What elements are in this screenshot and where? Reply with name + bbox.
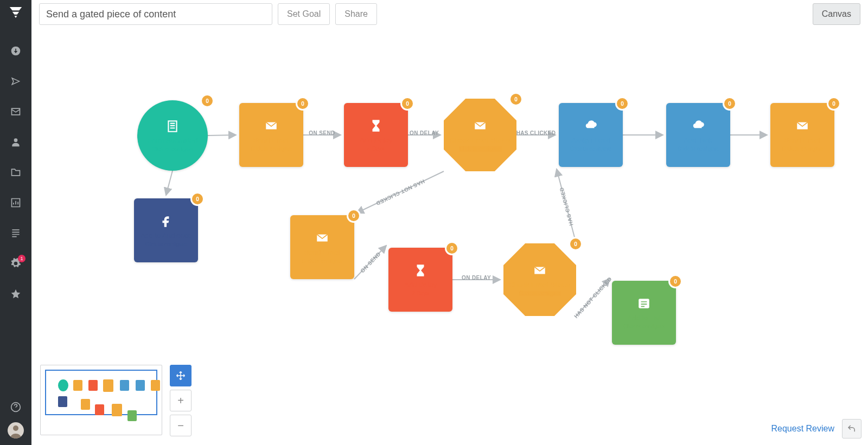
node-title: Check Email Status <box>449 136 510 144</box>
node-title: Add to Audience <box>141 231 192 240</box>
node-subtitle: Click to configure <box>145 241 187 247</box>
app-logo <box>8 4 24 21</box>
canvas-button[interactable]: Canvas <box>813 3 860 25</box>
node-title: Send Email <box>784 136 820 144</box>
mail-icon <box>795 119 809 133</box>
nav-mail-icon[interactable] <box>10 106 22 118</box>
node-n7[interactable]: Send EmailClick to configure <box>770 103 834 167</box>
nav-user-icon[interactable] <box>10 136 22 148</box>
node-subtitle: Click to configure <box>678 146 719 152</box>
node-n10[interactable]: Add Delay2 Days <box>388 248 452 312</box>
edge-label: HAS CLICKED <box>516 130 556 136</box>
nav-chart-icon[interactable] <box>10 197 22 209</box>
share-button[interactable]: Share <box>335 3 377 25</box>
node-count-badge: 0 <box>445 241 459 255</box>
cloud-icon <box>691 119 705 133</box>
node-title: Add Delay <box>404 281 437 289</box>
node-title: Send Email <box>253 136 289 144</box>
mail-icon <box>473 119 487 133</box>
node-n3[interactable]: Add Delay4 Days <box>344 103 408 167</box>
node-count-badge: 0 <box>668 274 682 288</box>
node-subtitle: Click to configure <box>623 324 665 330</box>
node-count-badge: 0 <box>723 96 737 111</box>
automation-title-input[interactable] <box>39 3 272 25</box>
minimap-panel: + − <box>40 365 192 436</box>
node-count-badge: 0 <box>400 96 414 111</box>
node-count-badge: 0 <box>296 96 310 111</box>
node-title: Form Submitted <box>148 137 197 145</box>
node-title: Check Email Status <box>509 281 570 289</box>
settings-badge: 1 <box>18 255 25 262</box>
node-subtitle: Click to configure <box>519 291 561 296</box>
node-count-badge: 0 <box>509 92 523 106</box>
zoom-in-button[interactable]: + <box>170 390 192 411</box>
request-review-link[interactable]: Request Review <box>771 424 835 434</box>
edge-label: ON SEND <box>309 130 335 136</box>
edge-label: HAS NOT CLICKED <box>375 178 425 206</box>
nav-star-icon[interactable] <box>10 288 22 300</box>
form-icon <box>165 119 180 133</box>
cloud-icon <box>584 119 598 133</box>
node-subtitle: 2 Days <box>412 291 429 296</box>
nav-list-icon[interactable] <box>10 227 22 239</box>
node-count-badge: 0 <box>190 192 205 206</box>
svg-line-3 <box>208 135 236 136</box>
pan-button[interactable] <box>170 365 192 386</box>
sidebar: 1 <box>0 0 31 445</box>
node-title: Send Email <box>304 248 340 256</box>
undo-button[interactable] <box>842 419 861 438</box>
topbar: Set Goal Share Canvas <box>31 0 868 28</box>
node-count-badge: 0 <box>347 209 361 223</box>
node-count-badge: 0 <box>615 96 629 111</box>
node-n9[interactable]: Send EmailClick to configure <box>290 215 354 279</box>
mail-icon <box>533 263 547 278</box>
zoom-controls: + − <box>170 365 192 436</box>
node-subtitle: 4 Days <box>367 146 384 152</box>
node-count-badge: 0 <box>200 94 214 108</box>
nav-settings-icon[interactable]: 1 <box>10 257 22 269</box>
node-title: Add Task <box>684 136 712 144</box>
node-n8[interactable]: Add to AudienceClick to configure <box>134 198 198 262</box>
minimap[interactable] <box>40 365 162 435</box>
node-n12[interactable]: Add to ListClick to configure <box>612 281 676 345</box>
node-n6[interactable]: Add TaskClick to configure <box>666 103 730 167</box>
set-goal-button[interactable]: Set Goal <box>278 3 330 25</box>
node-subtitle: Click to configure <box>251 146 292 152</box>
edge-label: HAS NOT CLICKED <box>573 275 613 319</box>
edge-label: ON DELAY <box>410 130 439 136</box>
hourglass-icon <box>369 119 383 133</box>
list-icon <box>637 296 651 311</box>
nav-download-icon[interactable] <box>10 45 22 57</box>
node-count-badge: 0 <box>569 237 583 251</box>
node-subtitle: Click to configure <box>570 146 612 152</box>
edge-label: HAS CLICKED <box>558 186 574 226</box>
node-n1[interactable]: Form SubmittedClick to configure <box>137 100 208 171</box>
node-subtitle: Click to configure <box>152 146 194 152</box>
node-title: Add to List <box>627 314 660 322</box>
node-n5[interactable]: Assign LeadClick to configure <box>559 103 623 167</box>
node-title: Add Delay <box>360 136 392 144</box>
edge-label: ON SEND <box>359 251 381 274</box>
node-n2[interactable]: Send EmailClick to configure <box>239 103 303 167</box>
workflow-canvas[interactable]: Form SubmittedClick to configure0Send Em… <box>31 28 868 445</box>
node-subtitle: Click to configure <box>459 146 501 152</box>
node-title: Assign Lead <box>571 136 610 144</box>
nav-send-icon[interactable] <box>10 75 22 87</box>
facebook-icon <box>159 214 173 228</box>
node-n11[interactable]: Check Email StatusClick to configure <box>503 243 576 316</box>
nav-help-icon[interactable] <box>10 401 22 413</box>
node-count-badge: 0 <box>827 96 841 111</box>
hourglass-icon <box>413 263 427 278</box>
mail-icon <box>315 231 329 245</box>
svg-point-2 <box>13 425 18 431</box>
footer-right: Request Review <box>771 419 862 438</box>
node-n4[interactable]: Check Email StatusClick to configure <box>444 99 516 171</box>
svg-line-9 <box>166 171 173 195</box>
edge-label: ON DELAY <box>462 275 491 281</box>
nav-folder-icon[interactable] <box>10 166 22 178</box>
node-subtitle: Click to configure <box>302 258 343 264</box>
node-subtitle: Click to configure <box>782 146 824 152</box>
mail-icon <box>264 119 278 133</box>
user-avatar[interactable] <box>8 422 24 438</box>
zoom-out-button[interactable]: − <box>170 415 192 436</box>
